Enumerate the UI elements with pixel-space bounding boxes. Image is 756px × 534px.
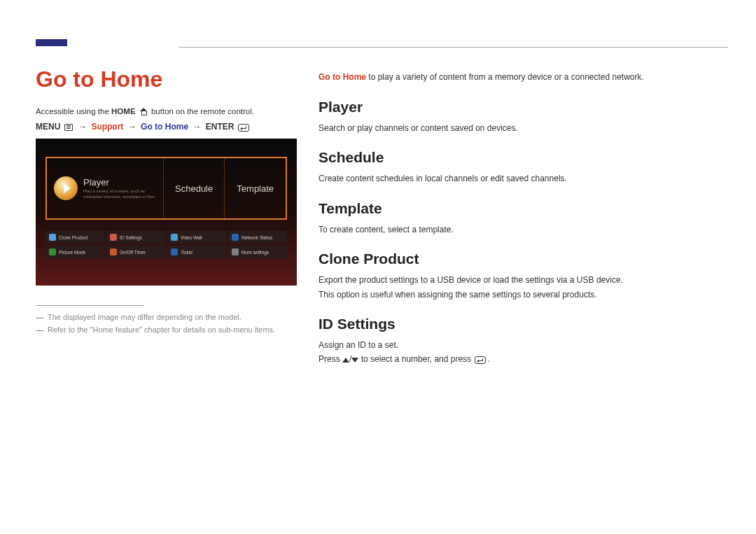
dash-icon: ― xyxy=(36,325,43,334)
bc-enter: ENTER xyxy=(206,122,234,132)
mini-icon xyxy=(232,234,239,241)
triangle-down-icon xyxy=(351,358,358,363)
mini-item: Video Wall xyxy=(167,231,226,244)
mini-item: Clone Product xyxy=(46,231,104,244)
menu-icon xyxy=(64,124,73,131)
enter-icon xyxy=(238,124,249,132)
triangle-up-icon xyxy=(342,358,349,363)
mini-icon xyxy=(49,248,56,255)
mini-icon xyxy=(171,234,178,241)
screenshot-mini-grid: Clone Product ID Settings Video Wall Net… xyxy=(46,231,287,258)
intro-home-word: HOME xyxy=(111,107,136,115)
mini-icon xyxy=(49,234,56,241)
play-icon xyxy=(54,176,78,200)
mini-label: On/Off Timer xyxy=(120,250,146,255)
section-heading-player: Player xyxy=(318,99,724,115)
intro-suffix: button on the remote control. xyxy=(151,107,254,115)
dash-icon: ― xyxy=(36,313,43,321)
mini-label: Video Wall xyxy=(181,235,202,240)
page-title: Go to Home xyxy=(36,66,305,92)
screenshot-tile-player: Player Play a variety of content, such a… xyxy=(47,158,164,218)
clone-line2: This option is useful when assigning the… xyxy=(318,290,597,300)
top-divider xyxy=(178,47,728,48)
footnote-divider xyxy=(36,305,144,306)
press-mid: to select a number, and press xyxy=(358,354,473,364)
right-intro: Go to Home to play a variety of content … xyxy=(318,71,724,83)
section-body-template: To create content, select a template. xyxy=(318,223,724,237)
mini-icon xyxy=(232,248,239,255)
intro-text: Accessible using the HOME button on the … xyxy=(36,105,305,118)
section-heading-clone-product: Clone Product xyxy=(318,251,724,267)
mini-label: More settings xyxy=(241,250,269,255)
footnote-text: The displayed image may differ depending… xyxy=(48,313,241,321)
section-body-schedule: Create content schedules in local channe… xyxy=(318,171,724,185)
mini-icon xyxy=(110,234,117,241)
mini-item: Network Status xyxy=(228,231,287,244)
tile-player-sub: Play a variety of content, such as sched… xyxy=(83,189,160,199)
section-heading-template: Template xyxy=(318,200,724,217)
section-body-clone-product: Export the product settings to a USB dev… xyxy=(318,273,724,302)
home-icon xyxy=(139,108,148,116)
bc-menu: MENU xyxy=(36,122,60,132)
section-heading-id-settings: ID Settings xyxy=(318,316,724,332)
mini-item: More settings xyxy=(228,246,287,258)
screenshot-tile-template: Template xyxy=(225,158,286,218)
left-column: Go to Home Accessible using the HOME but… xyxy=(36,66,305,338)
goto-rest: to play a variety of content from a memo… xyxy=(366,72,644,82)
press-prefix: Press xyxy=(318,354,342,364)
bc-goto: Go to Home xyxy=(141,122,188,132)
id-line1: Assign an ID to a set. xyxy=(318,340,398,350)
right-column: Go to Home to play a variety of content … xyxy=(318,66,724,381)
accent-bar xyxy=(36,39,67,46)
arrow-icon: → xyxy=(78,122,87,132)
arrow-icon: → xyxy=(192,122,201,132)
tile-player-label: Player xyxy=(83,178,160,188)
footnote-text: Refer to the "Home feature" chapter for … xyxy=(48,325,275,334)
footnote: ―The displayed image may differ dependin… xyxy=(36,313,305,321)
screenshot-tile-schedule: Schedule xyxy=(164,158,225,218)
enter-icon xyxy=(475,356,486,364)
mini-item: ID Settings xyxy=(106,231,165,244)
intro-prefix: Accessible using the xyxy=(36,107,111,115)
mini-item: On/Off Timer xyxy=(106,246,165,258)
section-heading-schedule: Schedule xyxy=(318,149,724,166)
goto-label: Go to Home xyxy=(318,72,366,82)
screenshot-tile-row: Player Play a variety of content, such a… xyxy=(46,157,287,220)
mini-item: Picture Mode xyxy=(46,246,104,258)
mini-label: Network Status xyxy=(241,235,272,240)
mini-icon xyxy=(110,248,117,255)
arrow-icon: → xyxy=(128,122,136,132)
mini-icon xyxy=(171,248,178,255)
mini-label: Picture Mode xyxy=(59,250,85,255)
section-body-id-settings: Assign an ID to a set. Press / to select… xyxy=(318,338,724,367)
mini-item: Ticker xyxy=(167,246,226,258)
footnote: ―Refer to the "Home feature" chapter for… xyxy=(36,325,305,334)
home-screenshot: Player Play a variety of content, such a… xyxy=(36,139,297,286)
breadcrumb: MENU → Support → Go to Home → ENTER xyxy=(36,122,305,132)
press-suffix: . xyxy=(487,354,489,364)
mini-label: Ticker xyxy=(181,250,192,255)
mini-label: ID Settings xyxy=(120,235,142,240)
clone-line1: Export the product settings to a USB dev… xyxy=(318,275,623,285)
mini-label: Clone Product xyxy=(59,235,88,240)
section-body-player: Search or play channels or content saved… xyxy=(318,121,724,135)
bc-support: Support xyxy=(91,122,123,132)
